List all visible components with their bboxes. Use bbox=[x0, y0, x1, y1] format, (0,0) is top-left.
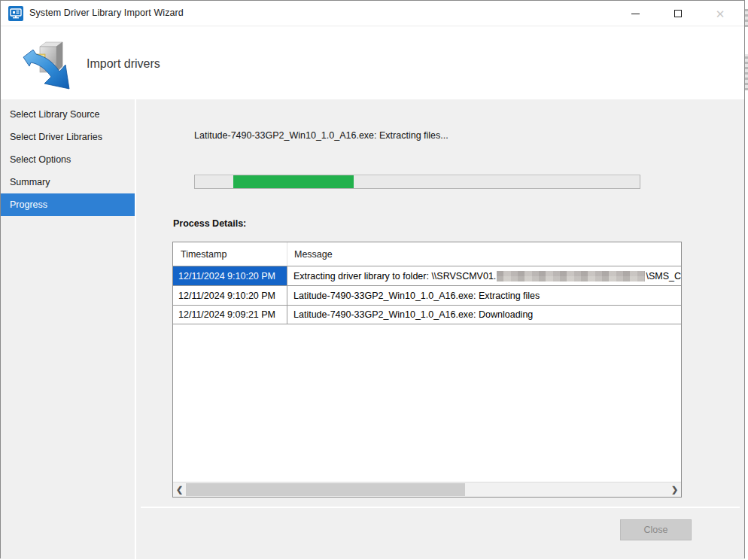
sidebar-divider bbox=[135, 99, 136, 559]
horizontal-scrollbar[interactable]: ❮ ❯ bbox=[173, 482, 681, 497]
cell-message: Extracting driver library to folder: \\S… bbox=[287, 266, 681, 285]
progress-status-text: Latitude-7490-33GP2_Win10_1.0_A16.exe: E… bbox=[194, 130, 448, 141]
close-button[interactable]: Close bbox=[620, 519, 692, 540]
table-header-row: Timestamp Message bbox=[173, 242, 681, 266]
process-details-label: Process Details: bbox=[173, 218, 246, 229]
minimize-icon bbox=[631, 14, 640, 14]
redacted-text-block bbox=[497, 271, 645, 282]
import-drivers-icon bbox=[22, 41, 74, 92]
cell-message: Latitude-7490-33GP2_Win10_1.0_A16.exe: D… bbox=[287, 306, 681, 324]
minimize-button[interactable] bbox=[620, 1, 650, 26]
table-row[interactable]: 12/11/2024 9:10:20 PM Extracting driver … bbox=[173, 266, 681, 285]
cell-timestamp: 12/11/2024 9:10:20 PM bbox=[173, 266, 287, 285]
scroll-left-arrow-icon[interactable]: ❮ bbox=[173, 482, 186, 497]
scrollbar-thumb[interactable] bbox=[186, 483, 465, 496]
wizard-header: Import drivers bbox=[1, 27, 744, 99]
sidebar-item-summary[interactable]: Summary bbox=[1, 171, 135, 193]
maximize-icon bbox=[674, 10, 682, 17]
sidebar-item-select-library-source[interactable]: Select Library Source bbox=[1, 103, 135, 126]
wizard-body: Select Library Source Select Driver Libr… bbox=[1, 99, 744, 559]
message-suffix: \SMS_C bbox=[646, 271, 681, 282]
progress-block bbox=[233, 175, 354, 188]
progress-bar bbox=[194, 175, 640, 189]
maximize-button[interactable] bbox=[663, 1, 693, 26]
cell-timestamp: 12/11/2024 9:10:20 PM bbox=[173, 286, 287, 305]
column-header-message[interactable]: Message bbox=[287, 242, 681, 266]
message-prefix: Extracting driver library to folder: \\S… bbox=[293, 271, 496, 282]
sidebar-item-progress[interactable]: Progress bbox=[1, 193, 135, 216]
page-title: Import drivers bbox=[87, 57, 160, 71]
sidebar-item-select-options[interactable]: Select Options bbox=[1, 148, 135, 171]
cell-message: Latitude-7490-33GP2_Win10_1.0_A16.exe: E… bbox=[287, 286, 681, 305]
process-details-table: Timestamp Message 12/11/2024 9:10:20 PM … bbox=[172, 242, 682, 498]
close-icon: ✕ bbox=[716, 8, 725, 20]
sidebar-item-select-driver-libraries[interactable]: Select Driver Libraries bbox=[1, 126, 135, 148]
scroll-right-arrow-icon[interactable]: ❯ bbox=[668, 482, 681, 497]
window-title: System Driver Library Import Wizard bbox=[29, 8, 184, 18]
screen-edge-artifact bbox=[745, 9, 748, 27]
screen-edge-artifact bbox=[745, 54, 748, 90]
wizard-steps-sidebar: Select Library Source Select Driver Libr… bbox=[1, 103, 135, 216]
wizard-window: System Driver Library Import Wizard ✕ bbox=[0, 0, 745, 558]
cell-timestamp: 12/11/2024 9:09:21 PM bbox=[173, 306, 287, 324]
table-row[interactable]: 12/11/2024 9:10:20 PM Latitude-7490-33GP… bbox=[173, 285, 681, 305]
app-icon bbox=[8, 6, 23, 21]
table-row[interactable]: 12/11/2024 9:09:21 PM Latitude-7490-33GP… bbox=[173, 305, 681, 324]
bottom-divider bbox=[141, 507, 740, 508]
close-window-button[interactable]: ✕ bbox=[705, 1, 735, 26]
title-bar: System Driver Library Import Wizard ✕ bbox=[1, 1, 744, 26]
column-header-timestamp[interactable]: Timestamp bbox=[173, 242, 287, 266]
